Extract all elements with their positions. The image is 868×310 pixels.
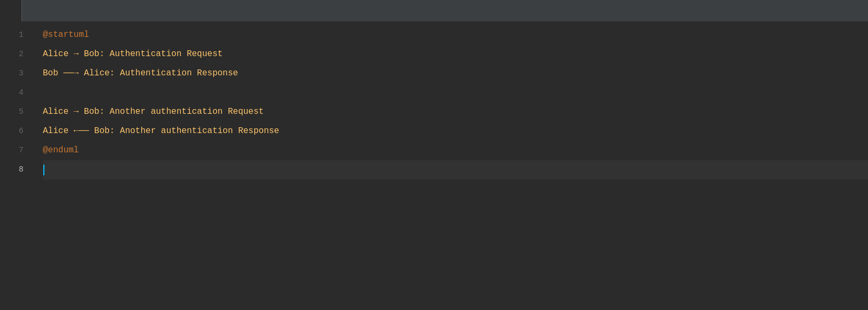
token-colon: : <box>110 125 115 138</box>
token-colon: : <box>100 48 105 61</box>
token-keyword: @startuml <box>43 28 89 42</box>
line-numbers: 12345678 <box>0 21 32 310</box>
token-text: Another authentication Response <box>115 125 279 138</box>
code-line: Alice → Bob: Authentication Request <box>43 45 868 64</box>
code-line <box>43 160 868 180</box>
token-name: Alice <box>43 105 68 119</box>
text-cursor <box>43 165 44 175</box>
token-arrow: ──→ <box>58 67 84 81</box>
token-name: Alice <box>84 67 110 81</box>
token-keyword: @enduml <box>43 144 79 158</box>
line-number: 4 <box>4 83 24 103</box>
code-area[interactable]: @startumlAlice → Bob: Authentication Req… <box>32 21 868 310</box>
editor-body: 12345678 @startumlAlice → Bob: Authentic… <box>0 21 868 310</box>
editor-container: 12345678 @startumlAlice → Bob: Authentic… <box>0 0 868 310</box>
line-number: 7 <box>4 141 24 160</box>
token-text: Authentication Request <box>104 48 223 61</box>
line-number: 5 <box>4 103 24 122</box>
token-name: Alice <box>43 125 68 138</box>
line-number: 3 <box>4 64 24 83</box>
line-number: 1 <box>4 26 24 45</box>
code-line: @startuml <box>43 26 868 45</box>
code-line: @enduml <box>43 141 868 160</box>
line-number: 8 <box>4 160 24 180</box>
token-text: Authentication Response <box>115 67 238 81</box>
tab-bar <box>0 0 868 21</box>
token-colon: : <box>110 67 115 81</box>
code-line: Alice ←── Bob: Another authentication Re… <box>43 122 868 141</box>
token-arrow: ←── <box>68 125 94 138</box>
token-name: Bob <box>84 105 100 119</box>
code-line <box>43 83 868 103</box>
code-line: Bob ──→ Alice: Authentication Response <box>43 64 868 83</box>
code-line: Alice → Bob: Another authentication Requ… <box>43 103 868 122</box>
token-arrow: → <box>68 48 84 61</box>
token-colon: : <box>100 105 105 119</box>
token-name: Bob <box>84 48 100 61</box>
token-arrow: → <box>68 105 84 119</box>
line-number: 6 <box>4 122 24 141</box>
token-text: Another authentication Request <box>104 105 264 119</box>
line-number: 2 <box>4 45 24 64</box>
file-tab[interactable] <box>0 0 22 21</box>
token-name: Bob <box>43 67 58 81</box>
token-name: Bob <box>94 125 110 138</box>
token-name: Alice <box>43 48 68 61</box>
